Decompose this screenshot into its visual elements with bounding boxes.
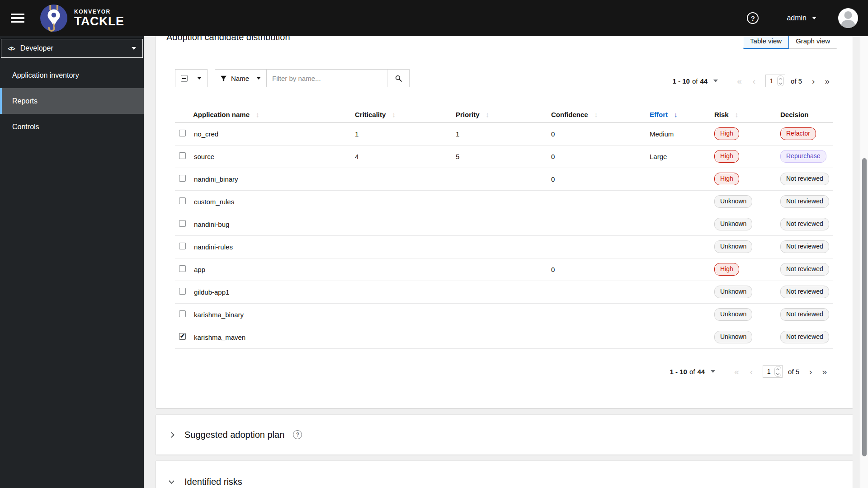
filter-by-name-input[interactable] xyxy=(267,69,387,87)
cell-criticality xyxy=(353,258,454,281)
sort-icon[interactable]: ↕ xyxy=(735,111,739,118)
chevron-down-icon xyxy=(812,17,816,19)
cell-priority xyxy=(454,281,549,303)
risk-cell: High xyxy=(712,145,778,168)
sort-icon[interactable]: ↕ xyxy=(486,111,490,118)
cell-confidence xyxy=(549,326,648,348)
scrollbar-track[interactable] xyxy=(860,36,868,488)
cell-application-name: karishma_binary xyxy=(191,303,353,326)
sidebar-item-application-inventory[interactable]: Application inventory xyxy=(0,62,144,88)
row-checkbox[interactable] xyxy=(179,152,186,159)
header-checkbox-cell xyxy=(175,107,191,122)
page-spinner[interactable] xyxy=(774,366,781,377)
checkbox-cell xyxy=(175,258,191,281)
sort-icon[interactable]: ↕ xyxy=(256,111,259,118)
scrollbar-thumb[interactable] xyxy=(862,158,867,456)
page-number-input[interactable]: 1 xyxy=(765,75,785,87)
row-checkbox[interactable] xyxy=(179,333,186,340)
cell-confidence xyxy=(549,281,648,303)
filter-category-dropdown[interactable]: Name xyxy=(215,69,267,87)
page-number-input[interactable]: 1 xyxy=(763,365,783,378)
first-page-button[interactable]: « xyxy=(737,77,742,85)
column-header-confidence[interactable]: Confidence↕ xyxy=(549,107,648,122)
perspective-selector[interactable]: </> Developer xyxy=(1,39,143,58)
risk-badge: Unknown xyxy=(714,331,752,343)
risk-badge: High xyxy=(714,173,739,185)
cell-criticality xyxy=(353,303,454,326)
cell-application-name: source xyxy=(191,145,353,168)
row-checkbox[interactable] xyxy=(179,197,186,204)
cell-application-name: nandini-bug xyxy=(191,213,353,235)
page-spinner[interactable] xyxy=(777,75,784,86)
cell-criticality: 1 xyxy=(353,122,454,145)
row-checkbox[interactable] xyxy=(179,310,186,317)
row-checkbox[interactable] xyxy=(179,288,186,295)
filter-icon xyxy=(221,75,226,81)
next-page-button[interactable]: › xyxy=(812,77,815,85)
chevron-down-icon xyxy=(713,80,718,82)
cell-confidence: 0 xyxy=(549,258,648,281)
next-page-button[interactable]: › xyxy=(809,367,812,376)
row-checkbox[interactable] xyxy=(179,130,186,136)
decision-cell: Repurchase xyxy=(778,145,833,168)
cell-confidence xyxy=(549,190,648,213)
cell-confidence xyxy=(549,213,648,235)
user-menu-dropdown[interactable]: admin xyxy=(787,14,816,22)
bulk-select-checkbox[interactable] xyxy=(181,75,188,82)
sort-icon[interactable]: ↕ xyxy=(392,111,396,118)
bulk-select-dropdown[interactable] xyxy=(175,69,208,87)
risk-cell: Unknown xyxy=(712,235,778,258)
row-checkbox[interactable] xyxy=(179,243,186,249)
search-button[interactable] xyxy=(387,69,410,87)
row-checkbox[interactable] xyxy=(179,175,186,182)
column-header-priority[interactable]: Priority↕ xyxy=(454,107,549,122)
sidebar-item-controls[interactable]: Controls xyxy=(0,114,144,140)
sidebar-item-reports[interactable]: Reports xyxy=(0,88,144,114)
cell-priority: 5 xyxy=(454,145,549,168)
pagination-range-menu[interactable]: 1 - 10 of 44 xyxy=(673,77,718,85)
decision-badge: Not reviewed xyxy=(780,173,829,185)
section-title: Identified risks xyxy=(184,477,242,487)
pagination-range-menu[interactable]: 1 - 10 of 44 xyxy=(670,368,716,375)
cell-effort xyxy=(648,235,712,258)
table-row: karishma_mavenUnknownNot reviewed xyxy=(175,326,833,348)
pagination-of-word: of xyxy=(692,77,698,85)
help-icon[interactable]: ? xyxy=(293,430,302,439)
chevron-down-icon[interactable] xyxy=(169,478,175,484)
avatar[interactable] xyxy=(838,8,858,28)
table-header-row: Application name↕Criticality↕Priority↕Co… xyxy=(175,107,833,122)
cell-priority xyxy=(454,190,549,213)
username: admin xyxy=(787,14,807,22)
risk-badge: Unknown xyxy=(714,286,752,298)
previous-page-button[interactable]: ‹ xyxy=(750,367,753,376)
cell-application-name: karishma_maven xyxy=(191,326,353,348)
toolbar: Name xyxy=(175,69,410,87)
filter-category-label: Name xyxy=(231,75,249,82)
row-checkbox[interactable] xyxy=(179,265,186,272)
pagination-total: 44 xyxy=(700,77,708,85)
row-checkbox[interactable] xyxy=(179,220,186,227)
risk-cell: High xyxy=(712,122,778,145)
help-icon[interactable]: ? xyxy=(747,12,759,24)
last-page-button[interactable]: » xyxy=(822,367,827,376)
decision-cell: Not reviewed xyxy=(778,190,833,213)
chevron-down-icon xyxy=(132,47,136,50)
column-header-effort[interactable]: Effort↓ xyxy=(648,107,712,122)
column-header-criticality[interactable]: Criticality↕ xyxy=(353,107,454,122)
chevron-down-icon xyxy=(197,77,202,80)
sort-desc-icon[interactable]: ↓ xyxy=(674,111,678,118)
nav-toggle-hamburger-icon[interactable] xyxy=(11,11,24,25)
adoption-candidate-card: Adoption candidate distribution Table vi… xyxy=(156,25,853,408)
cell-criticality: 4 xyxy=(353,145,454,168)
column-header-risk[interactable]: Risk↕ xyxy=(712,107,778,122)
first-page-button[interactable]: « xyxy=(734,367,739,376)
decision-cell: Not reviewed xyxy=(778,168,833,190)
identified-risks-card: Identified risks xyxy=(156,461,853,488)
cell-priority xyxy=(454,168,549,190)
last-page-button[interactable]: » xyxy=(825,77,830,85)
chevron-right-icon[interactable] xyxy=(169,432,175,438)
column-header-application-name[interactable]: Application name↕ xyxy=(191,107,353,122)
sort-icon[interactable]: ↕ xyxy=(594,111,598,118)
previous-page-button[interactable]: ‹ xyxy=(753,77,755,85)
checkbox-cell xyxy=(175,303,191,326)
